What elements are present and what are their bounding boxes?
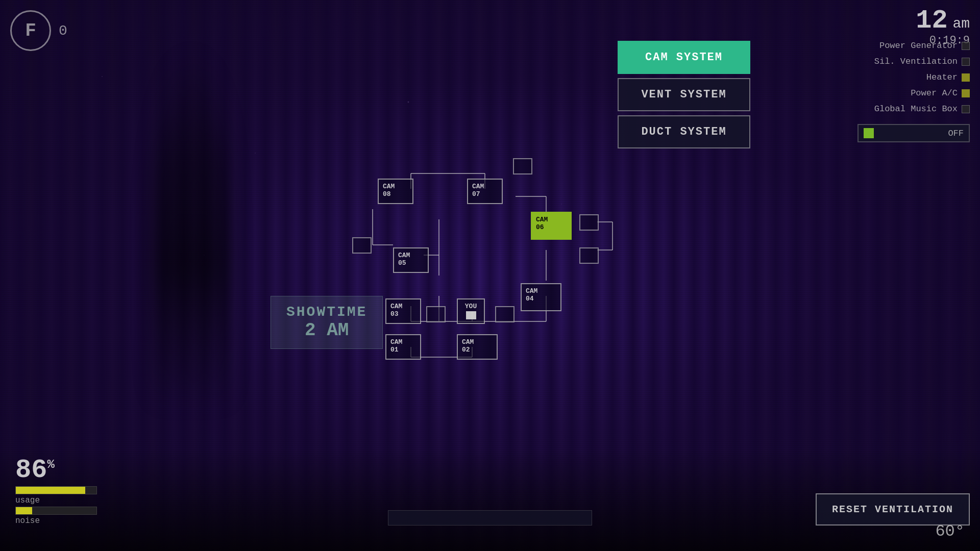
heater-label: Heater — [926, 72, 958, 82]
right-status-panel: Power Generator Sil. Ventilation Heater … — [857, 41, 970, 142]
system-buttons-panel: CAM SYSTEM VENT SYSTEM DUCT SYSTEM — [618, 41, 750, 153]
you-dot — [466, 311, 476, 319]
fazbert-letter: F — [25, 20, 36, 41]
cam-07-label: CAM07 — [472, 183, 498, 198]
cam-03-node[interactable]: CAM03 — [385, 298, 421, 324]
status-sil-ventilation[interactable]: Sil. Ventilation — [857, 57, 970, 66]
cam-01-node[interactable]: CAM01 — [385, 334, 421, 360]
cam-right-1-small[interactable] — [579, 214, 599, 231]
noise-bar — [16, 507, 32, 514]
cam-06-label: CAM06 — [536, 216, 567, 231]
cam-05-label: CAM05 — [398, 252, 424, 267]
degree-value: 60 — [935, 522, 954, 541]
noise-bar-container — [15, 507, 97, 515]
degree-symbol: ° — [955, 522, 965, 541]
power-generator-indicator — [962, 42, 970, 50]
power-ac-indicator — [962, 89, 970, 97]
bottom-stats: 86% usage noise — [15, 457, 97, 525]
cam-system-button[interactable]: CAM SYSTEM — [618, 41, 750, 74]
duct-system-button[interactable]: DUCT SYSTEM — [618, 115, 750, 148]
cam-top-right-small[interactable] — [513, 158, 532, 174]
cam-05-node[interactable]: CAM05 — [393, 247, 429, 273]
cam-04-node[interactable]: CAM04 — [521, 283, 561, 311]
noise-label: noise — [15, 516, 97, 525]
cam-bottom-left-small[interactable] — [426, 306, 446, 322]
usage-bar — [16, 487, 85, 494]
power-ac-label: Power A/C — [911, 88, 958, 98]
cam-06-node[interactable]: CAM06 — [531, 212, 572, 240]
status-power-ac[interactable]: Power A/C — [857, 88, 970, 98]
cam-08-node[interactable]: CAM08 — [378, 179, 413, 204]
cam-07-node[interactable]: CAM07 — [467, 179, 503, 204]
cam-02-label: CAM02 — [462, 338, 493, 354]
usage-symbol: % — [47, 458, 54, 471]
you-marker: YOU — [457, 298, 485, 324]
score-display: 0 — [59, 23, 67, 39]
power-generator-label: Power Generator — [879, 41, 958, 51]
off-indicator — [864, 128, 874, 138]
usage-label: usage — [15, 496, 97, 505]
you-label: YOU — [462, 303, 480, 310]
fazbert-icon[interactable]: F — [10, 10, 51, 51]
cam-02-node[interactable]: CAM02 — [457, 334, 498, 360]
cam-01-label: CAM01 — [390, 338, 416, 354]
time-hour: 12 — [916, 6, 947, 36]
cam-04-label: CAM04 — [526, 287, 556, 303]
vent-system-button[interactable]: VENT SYSTEM — [618, 78, 750, 111]
status-heater[interactable]: Heater — [857, 72, 970, 82]
cam-left-small[interactable] — [352, 237, 372, 254]
sil-ventilation-label: Sil. Ventilation — [874, 57, 958, 66]
bottom-progress-bar — [388, 510, 592, 525]
time-suffix: am — [952, 16, 970, 32]
camera-map: CAM08 CAM07 CAM06 CAM05 CAM04 CAM03 — [327, 148, 623, 383]
heater-indicator — [962, 73, 970, 82]
status-global-music-box[interactable]: Global Music Box — [857, 104, 970, 114]
usage-percent: 86% — [15, 457, 97, 484]
cam-08-label: CAM08 — [383, 183, 408, 198]
cam-bottom-right-small[interactable] — [495, 306, 514, 322]
sil-ventilation-indicator — [962, 58, 970, 66]
off-status-bar: OFF — [857, 124, 970, 142]
degree-display: 60° — [935, 522, 965, 541]
global-music-box-label: Global Music Box — [874, 104, 958, 114]
reset-ventilation-button[interactable]: RESET VENTILATION — [816, 493, 970, 525]
cam-03-label: CAM03 — [390, 303, 416, 318]
cam-right-2-small[interactable] — [579, 247, 599, 264]
status-power-generator[interactable]: Power Generator — [857, 41, 970, 51]
usage-bar-container — [15, 486, 97, 494]
global-music-box-indicator — [962, 105, 970, 113]
off-label: OFF — [948, 129, 964, 138]
